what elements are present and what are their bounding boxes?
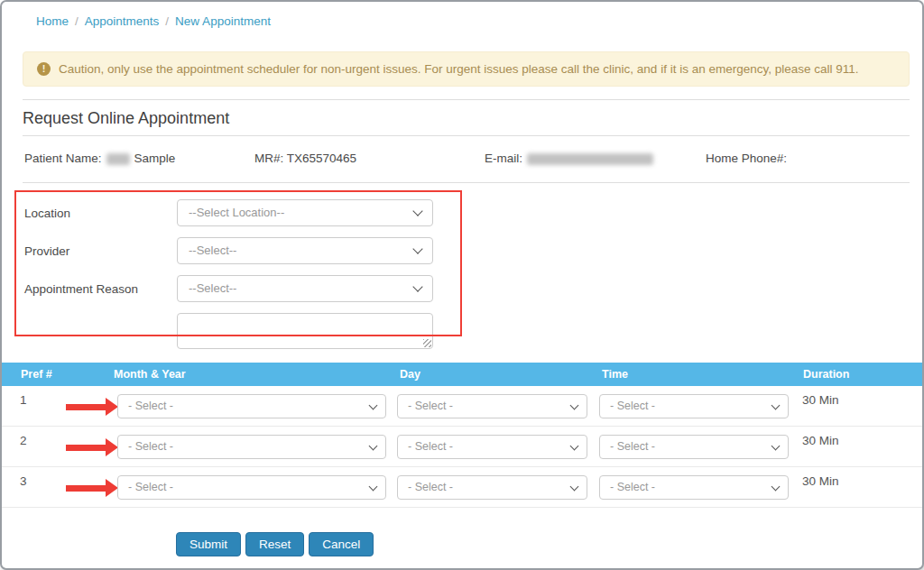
month-year-select-1[interactable]: - Select - (117, 394, 386, 418)
appointment-reason-label: Appointment Reason (24, 282, 177, 296)
day-select-value: - Select - (408, 400, 453, 412)
time-select-1[interactable]: - Select - (599, 394, 789, 418)
provider-label: Provider (24, 244, 177, 258)
chevron-down-icon (570, 400, 579, 409)
header-month-year: Month & Year (114, 363, 186, 386)
appointment-reason-row: Appointment Reason --Select-- (24, 275, 922, 302)
email-field: E-mail: (485, 152, 706, 165)
time-select-value: - Select - (610, 481, 655, 493)
warning-icon: ! (37, 62, 51, 76)
month-year-select-value: - Select - (128, 481, 173, 493)
pref-number: 3 (20, 474, 27, 488)
header-day: Day (400, 363, 420, 386)
provider-row: Provider --Select-- (24, 237, 922, 264)
duration-value: 30 Min (802, 434, 839, 447)
red-arrow-icon (66, 398, 118, 416)
breadcrumb-separator: / (75, 14, 79, 28)
location-label: Location (24, 207, 177, 220)
time-select-3[interactable]: - Select - (599, 475, 789, 500)
location-select-value: --Select Location-- (189, 206, 284, 219)
preference-table-header: Pref # Month & Year Day Time Duration (2, 363, 922, 386)
mr-number-field: MR#: TX65570465 (254, 152, 485, 165)
time-select-value: - Select - (610, 400, 655, 412)
day-select-2[interactable]: - Select - (397, 435, 587, 459)
month-year-select-2[interactable]: - Select - (117, 435, 386, 459)
page-title: Request Online Appointment (23, 109, 910, 136)
red-arrow-icon (66, 479, 118, 497)
chevron-down-icon (772, 441, 781, 450)
preference-row-1: 1 - Select - - Select - - Select - 30 Mi… (2, 386, 922, 427)
caution-alert-text: Caution, only use the appointment schedu… (59, 62, 859, 76)
breadcrumb-new-appointment[interactable]: New Appointment (175, 14, 271, 28)
preference-table: Pref # Month & Year Day Time Duration 1 … (2, 363, 922, 508)
day-select-3[interactable]: - Select - (397, 475, 587, 500)
preference-row-3: 3 - Select - - Select - - Select - 30 Mi… (2, 467, 922, 508)
email-label: E-mail: (485, 152, 522, 165)
cancel-button[interactable]: Cancel (309, 532, 374, 556)
mr-value: TX65570465 (287, 152, 356, 165)
red-arrow-icon (66, 438, 118, 456)
home-phone-field: Home Phone#: (706, 152, 910, 165)
day-select-value: - Select - (408, 481, 453, 493)
chevron-down-icon (412, 281, 422, 291)
redacted-email (527, 153, 653, 165)
month-year-select-value: - Select - (128, 400, 173, 412)
redacted-first-name (106, 153, 130, 165)
breadcrumb: Home/Appointments/New Appointment (2, 2, 922, 28)
appointment-reason-select-value: --Select-- (189, 281, 236, 295)
duration-value: 30 Min (802, 474, 839, 488)
comments-row (177, 313, 922, 349)
header-pref: Pref # (21, 363, 52, 386)
provider-select-value: --Select-- (189, 244, 236, 257)
pref-number: 1 (20, 393, 27, 407)
preference-row-2: 2 - Select - - Select - - Select - 30 Mi… (2, 427, 922, 467)
appointment-page: Home/Appointments/New Appointment ! Caut… (0, 0, 924, 570)
chevron-down-icon (412, 206, 422, 216)
mr-label: MR#: (254, 152, 283, 165)
appointment-form: Location --Select Location-- Provider --… (2, 183, 922, 349)
appointment-reason-select[interactable]: --Select-- (177, 275, 433, 302)
provider-select[interactable]: --Select-- (177, 237, 433, 264)
breadcrumb-home[interactable]: Home (36, 14, 69, 28)
month-year-select-value: - Select - (128, 440, 173, 453)
patient-info-row: Patient Name:Sample MR#: TX65570465 E-ma… (23, 136, 910, 183)
patient-name-value: Sample (134, 152, 176, 165)
breadcrumb-separator: / (165, 14, 169, 28)
action-buttons: Submit Reset Cancel (176, 532, 922, 556)
reset-button[interactable]: Reset (245, 532, 304, 556)
chevron-down-icon (772, 482, 781, 491)
patient-name-label: Patient Name: (24, 152, 102, 165)
chevron-down-icon (772, 400, 781, 409)
chevron-down-icon (369, 400, 378, 409)
duration-value: 30 Min (802, 393, 839, 407)
chevron-down-icon (412, 244, 422, 253)
day-select-1[interactable]: - Select - (397, 394, 587, 418)
submit-button[interactable]: Submit (176, 532, 241, 556)
chevron-down-icon (570, 482, 579, 491)
month-year-select-3[interactable]: - Select - (117, 475, 386, 500)
time-select-2[interactable]: - Select - (599, 435, 789, 459)
caution-alert: ! Caution, only use the appointment sche… (23, 51, 910, 87)
chevron-down-icon (369, 482, 378, 491)
home-phone-label: Home Phone#: (706, 152, 787, 165)
pref-number: 2 (20, 434, 27, 447)
breadcrumb-appointments[interactable]: Appointments (85, 14, 160, 28)
patient-name-field: Patient Name:Sample (24, 152, 254, 165)
chevron-down-icon (570, 441, 579, 450)
header-duration: Duration (803, 363, 849, 386)
location-select[interactable]: --Select Location-- (177, 199, 433, 226)
header-time: Time (602, 363, 628, 386)
section-divider (23, 99, 910, 100)
time-select-value: - Select - (610, 440, 655, 453)
comments-textarea[interactable] (177, 313, 433, 349)
day-select-value: - Select - (408, 440, 453, 453)
location-row: Location --Select Location-- (24, 199, 922, 226)
chevron-down-icon (369, 441, 378, 450)
